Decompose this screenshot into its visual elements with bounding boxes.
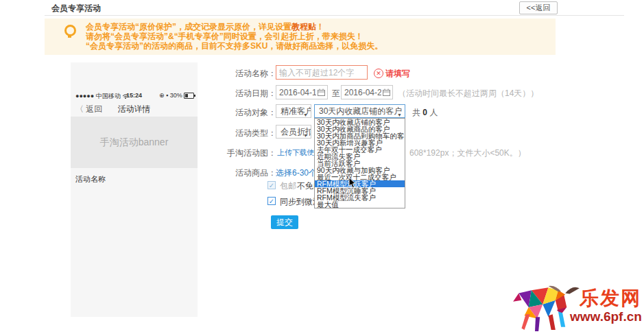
status-misc-icon: ▪ bbox=[166, 92, 168, 99]
target-label: 活动对象： bbox=[223, 107, 276, 119]
bull-logo-icon bbox=[511, 283, 583, 333]
dropdown-option[interactable]: 近期流失客户 bbox=[315, 153, 405, 160]
target-segment-select[interactable]: 30天内收藏店铺的客户 ▼ bbox=[314, 104, 405, 118]
goods-label: 活动商品： bbox=[223, 167, 276, 179]
watermark-site-name: 乐发网 bbox=[580, 285, 641, 311]
activity-type-select[interactable]: 会员折扣 ▼ bbox=[276, 125, 311, 139]
dropdown-option[interactable]: 90天内收藏与加购客户 bbox=[315, 167, 405, 174]
type-label: 活动类型： bbox=[223, 128, 276, 139]
bulb-icon bbox=[64, 25, 76, 36]
notice-line-1-text: 会员专享活动“原价保护”，成交记录显示原价，详见设置 bbox=[86, 22, 291, 32]
mouse-cursor-icon bbox=[348, 177, 357, 189]
date-to-label: 至 bbox=[332, 88, 340, 99]
page: 会员专享活动 <<返回 会员专享活动“原价保护”，成交记录显示原价，详见设置教程… bbox=[0, 0, 644, 334]
count-value: 0 bbox=[422, 108, 427, 117]
count-suffix: 人 bbox=[429, 108, 438, 117]
error-icon: ✕ bbox=[374, 69, 383, 78]
date-label: 活动日期： bbox=[223, 88, 276, 99]
upload-link[interactable]: 上传 bbox=[277, 147, 292, 158]
free-shipping-label: 包邮 bbox=[280, 180, 296, 192]
segment-dropdown: 30天内收藏店铺的客户 30天内收藏商品的客户 30天内加商品到购物车的客户 3… bbox=[314, 118, 405, 208]
phone-status-right: ⊕ ▪ 30% bbox=[159, 92, 194, 99]
count-prefix: 共 bbox=[412, 108, 420, 117]
chevron-down-icon: ▼ bbox=[303, 109, 308, 118]
calendar-icon[interactable] bbox=[318, 88, 325, 96]
dropdown-option[interactable]: RFM模型流失客户 bbox=[315, 194, 405, 201]
battery-percent: 30% bbox=[170, 92, 182, 99]
audience-count: 共 0 人 bbox=[412, 107, 438, 119]
phone-banner-placeholder: 手淘活动banner bbox=[71, 117, 198, 168]
target-group-select[interactable]: 精准客户 ▼ bbox=[276, 104, 311, 118]
dropdown-option[interactable]: 30天内收藏商品的客户 bbox=[315, 126, 405, 132]
phone-activity-name: 活动名称 bbox=[75, 174, 106, 184]
error-text: 请填写 bbox=[385, 68, 410, 80]
dropdown-option[interactable]: 当前活跃客户 bbox=[315, 160, 405, 167]
date-note: （活动时间最长不超过两周（14天）） bbox=[398, 88, 538, 99]
header-divider bbox=[45, 15, 624, 16]
bulb-icon-tail bbox=[68, 36, 71, 38]
dropdown-option[interactable]: 30天内收藏店铺的客户 bbox=[315, 119, 405, 126]
dropdown-option[interactable]: 最大值 bbox=[315, 201, 405, 208]
orientation-lock-icon: ⊕ bbox=[159, 92, 165, 99]
free-shipping-checkbox[interactable]: ✓ bbox=[267, 181, 276, 189]
page-title: 会员专享活动 bbox=[51, 3, 101, 14]
notice-line-1-suffix: ！ bbox=[316, 22, 324, 32]
dropdown-option[interactable]: 最近一次双十二成交客户 bbox=[315, 174, 405, 180]
dropdown-option-highlighted[interactable]: RFM模型活跃客户 bbox=[315, 180, 405, 187]
dropdown-option[interactable]: 30天内新增兴趣客户 bbox=[315, 139, 405, 146]
notice-line-3: “会员专享活动”的活动的商品，目前不支持多SKU，请做好商品选择，以免损失。 bbox=[86, 40, 383, 52]
name-label: 活动名称： bbox=[223, 68, 276, 80]
back-button[interactable]: <<返回 bbox=[519, 1, 558, 14]
submit-button[interactable]: 提交 bbox=[271, 215, 298, 229]
battery-icon bbox=[184, 93, 194, 99]
watermark-site-url: www.6pf.cn bbox=[570, 309, 642, 324]
dropdown-option[interactable]: 30天内加商品到购物车的客户 bbox=[315, 132, 405, 139]
phone-nav-title: 活动详情 bbox=[71, 104, 198, 115]
dropdown-option[interactable]: 去年双十一成交客户 bbox=[315, 146, 405, 153]
select-goods-link[interactable]: 选择6-30个 bbox=[276, 167, 317, 179]
chevron-down-icon: ▼ bbox=[397, 109, 402, 118]
sync-weitao-checkbox[interactable]: ✓ bbox=[267, 197, 276, 205]
chevron-down-icon: ▼ bbox=[303, 130, 308, 139]
calendar-icon[interactable] bbox=[383, 88, 390, 96]
activity-name-input[interactable] bbox=[276, 65, 368, 80]
dropdown-option[interactable]: RFM模型沉睡客户 bbox=[315, 187, 405, 194]
banner-size-note: 608*192px；文件大小<50K。） bbox=[409, 147, 526, 159]
banner-label: 手淘活动图： bbox=[223, 147, 276, 159]
target-segment-value: 30天内收藏店铺的客户 bbox=[319, 106, 402, 116]
tutorial-link[interactable]: 教程贴 bbox=[291, 22, 316, 32]
